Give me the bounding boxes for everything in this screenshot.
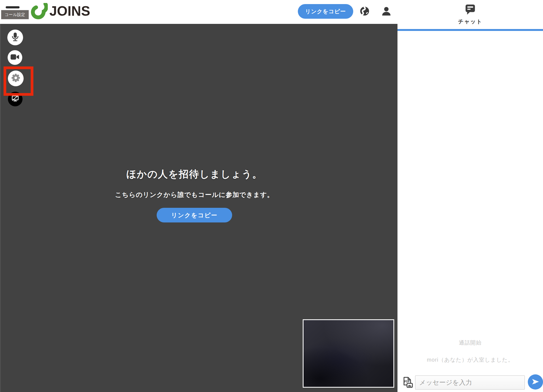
mic-icon	[11, 32, 20, 43]
pdf-image-attach-icon: PDF	[401, 385, 413, 390]
profile-icon[interactable]	[381, 6, 391, 16]
app-window: コール設定 JOINS リンクをコピー	[0, 0, 543, 392]
joins-logo-text: JOINS	[49, 3, 90, 20]
invite-subtitle: こちらのリンクから誰でもコールに参加できます。	[0, 190, 389, 199]
send-icon	[531, 378, 539, 387]
joins-logo: JOINS	[30, 3, 90, 20]
mic-button[interactable]	[7, 30, 23, 45]
screen-share-off-icon	[11, 94, 20, 104]
invite-block: ほかの人を招待しましょう。 こちらのリンクから誰でもコールに参加できます。 リン…	[0, 168, 389, 222]
joins-logo-mark-icon	[30, 3, 48, 19]
gear-icon	[11, 73, 21, 84]
chat-tab-label: チャット	[397, 18, 543, 25]
chat-tab-active-indicator	[397, 29, 543, 31]
svg-text:PDF: PDF	[404, 380, 410, 383]
invite-title: ほかの人を招待しましょう。	[0, 168, 389, 181]
message-input[interactable]	[415, 375, 525, 390]
copy-link-button-header[interactable]: リンクをコピー	[298, 4, 353, 19]
send-button[interactable]	[528, 374, 543, 390]
globe-icon[interactable]	[360, 6, 370, 16]
camera-icon	[11, 54, 19, 61]
chat-panel: チャット 通話開始 mori（あなた）が入室しました。 PDF	[397, 0, 543, 392]
screen-share-button[interactable]	[8, 92, 23, 106]
system-message-call-start: 通話開始	[397, 339, 543, 346]
menu-bar-icon[interactable]	[6, 6, 20, 8]
call-stage: ほかの人を招待しましょう。 こちらのリンクから誰でもコールに参加できます。 リン…	[0, 24, 397, 392]
camera-button[interactable]	[8, 50, 22, 65]
settings-button[interactable]	[8, 71, 24, 86]
self-video-preview	[303, 319, 394, 388]
attach-file-button[interactable]: PDF	[401, 376, 413, 389]
system-message-user-joined: mori（あなた）が入室しました。	[397, 356, 543, 364]
copy-link-button-main[interactable]: リンクをコピー	[157, 208, 232, 222]
chat-bubble-icon	[465, 11, 476, 16]
call-settings-tooltip: コール設定	[1, 10, 29, 19]
chat-tab[interactable]: チャット	[397, 4, 543, 25]
